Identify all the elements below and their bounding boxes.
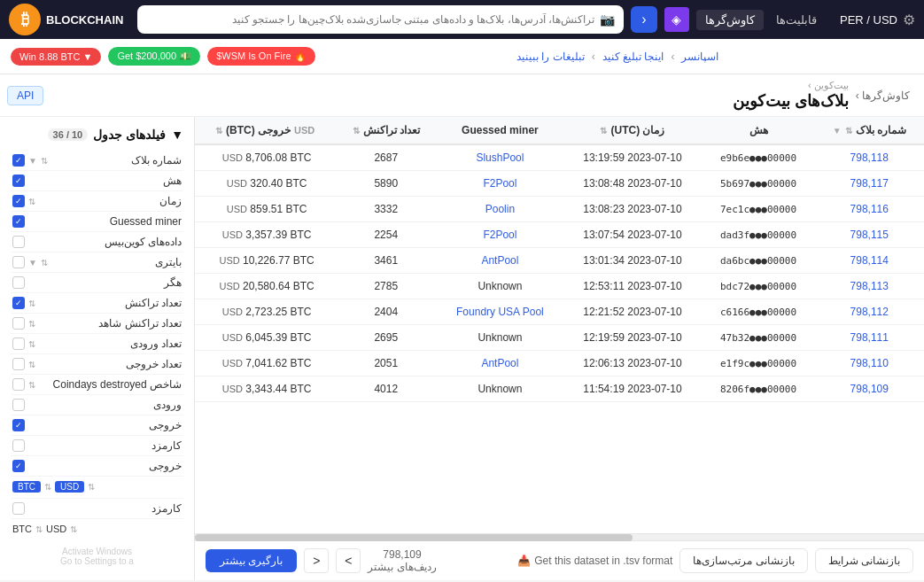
cell-time: 2023-07-10 13:01:34	[563, 248, 702, 274]
gear-icon[interactable]: ⚙	[903, 12, 915, 28]
cell-block-num: 798,113	[815, 274, 924, 299]
block-number-link[interactable]: 798,114	[850, 254, 889, 267]
checkbox-checked-2[interactable]: ✓	[12, 195, 25, 207]
output-btc-badge[interactable]: BTC	[12, 481, 41, 493]
checkbox-empty-11[interactable]	[12, 378, 25, 391]
sort-icon-8[interactable]: ⇅	[28, 319, 35, 329]
cell-tx-count: 2785	[335, 274, 437, 299]
filter-icon-block[interactable]: ▼	[833, 126, 842, 136]
hash-value: 00000●●●da6bc	[720, 255, 796, 267]
breadcrumb-advertise[interactable]: اینجا تبلیغ کنید	[602, 50, 664, 63]
cell-miner: Unknown	[437, 274, 563, 299]
miner-name[interactable]: F2Pool	[483, 177, 516, 190]
sidebar-label-12: ورودی	[153, 399, 182, 411]
nav-link-features[interactable]: قابلیت‌ها	[767, 10, 826, 30]
cell-hash: 00000●●●47b32	[703, 325, 815, 351]
scroll-thumb	[195, 534, 633, 541]
fire-badge[interactable]: 🔥 WSM Is On Fire$	[207, 47, 314, 66]
sort-icon-block[interactable]: ⇅	[845, 126, 852, 136]
checkbox-checked-3[interactable]: ✓	[12, 215, 25, 228]
block-number-link[interactable]: 798,117	[850, 177, 889, 190]
breadcrumb-view-ads[interactable]: تبلیغات را ببینید	[516, 50, 585, 63]
filter-icon-5[interactable]: ▼	[28, 258, 37, 268]
block-number-link[interactable]: 798,113	[850, 280, 889, 292]
nav-link-explorer[interactable]: کاوش‌گرها	[696, 10, 764, 30]
currency-label: USD	[222, 384, 243, 394]
back-button[interactable]: ‹	[631, 6, 657, 33]
checkbox-checked-1[interactable]: ✓	[12, 175, 25, 187]
miner-name[interactable]: SlushPool	[476, 151, 524, 164]
red-badge[interactable]: ▼ Win 8.88 BTC	[11, 48, 101, 66]
miner-name[interactable]: AntPool	[481, 357, 518, 369]
tx-count-value: 5890	[374, 177, 398, 190]
sort-icon-2[interactable]: ⇅	[28, 197, 35, 206]
output-value: 859.51 BTC	[250, 203, 307, 215]
miner-name[interactable]: Foundry USA Pool	[456, 306, 544, 318]
data-table: شماره بلاک ⇅ ▼ هش زمان (	[195, 117, 924, 402]
checkbox-checked-7[interactable]: ✓	[12, 297, 25, 309]
tsv-download-link[interactable]: Get this dataset in .tsv format 📥	[517, 555, 672, 567]
green-badge[interactable]: 💵 Get $200,000	[108, 47, 200, 66]
sort-icon-0[interactable]: ⇅	[41, 156, 48, 166]
reset-sort-button[interactable]: بازنشانی مرتب‌سازی‌ها	[679, 548, 807, 573]
sort-fee-usd-icon[interactable]: ⇅	[70, 524, 77, 534]
currency-label: USD	[227, 204, 247, 214]
sidebar-label-5: بایتری	[155, 256, 182, 268]
search-input[interactable]	[146, 13, 594, 26]
purple-icon[interactable]: ◈	[664, 7, 689, 32]
api-badge[interactable]: API	[7, 86, 43, 105]
checkbox-empty-5[interactable]	[12, 256, 25, 268]
per-usd-label: PER / USD	[840, 13, 897, 27]
checkbox-empty-10[interactable]	[12, 358, 25, 370]
output-checkbox[interactable]: ✓	[12, 460, 25, 472]
miner-name[interactable]: Poolin	[485, 203, 515, 215]
sort-icon-5[interactable]: ⇅	[41, 258, 48, 268]
sort-icon-10[interactable]: ⇅	[28, 360, 35, 369]
sort-icon-7[interactable]: ⇅	[28, 299, 35, 308]
fee-checkbox[interactable]	[12, 502, 25, 515]
checkbox-checked-13[interactable]: ✓	[12, 419, 25, 431]
checkbox-empty-6[interactable]	[12, 276, 25, 289]
block-number-link[interactable]: 798,109	[850, 383, 889, 395]
next-page-button[interactable]: >	[336, 548, 361, 573]
time-value: 2023-07-10 11:54:19	[583, 383, 681, 395]
prev-page-button[interactable]: <	[304, 548, 329, 573]
sort-icon-time[interactable]: ⇅	[600, 126, 607, 136]
sort-icon-output[interactable]: ⇅	[215, 126, 222, 136]
miner-name[interactable]: F2Pool	[483, 229, 516, 241]
block-number-link[interactable]: 798,115	[850, 229, 889, 241]
horizontal-scrollbar[interactable]	[195, 533, 924, 540]
kaoshgara-breadcrumb[interactable]: کاوش‌گرها ›	[856, 89, 910, 102]
block-number-link[interactable]: 798,118	[850, 151, 889, 164]
sort-btc-icon[interactable]: ⇅	[44, 482, 51, 492]
col-header-hash: هش	[703, 117, 815, 144]
checkbox-empty-4[interactable]	[12, 236, 25, 248]
miner-name[interactable]: AntPool	[481, 254, 518, 267]
sort-usd-icon[interactable]: ⇅	[88, 482, 95, 492]
sort-fee-btc-icon[interactable]: ⇅	[35, 524, 43, 534]
block-number-link[interactable]: 798,116	[850, 203, 889, 215]
tx-count-value: 2254	[374, 229, 398, 241]
block-number-link[interactable]: 798,110	[850, 357, 889, 369]
breadcrumb-sponsor[interactable]: اسپانسر	[681, 50, 718, 63]
sort-icon-9[interactable]: ⇅	[28, 339, 35, 349]
miner-name: Unknown	[478, 331, 522, 344]
checkbox-empty-8[interactable]	[12, 317, 25, 330]
checkbox-empty-12[interactable]	[12, 399, 25, 411]
block-number-link[interactable]: 798,112	[850, 306, 889, 318]
filter-icon-0[interactable]: ▼	[28, 156, 37, 166]
checkbox-empty-9[interactable]	[12, 338, 25, 350]
time-value: 2023-07-10 12:21:52	[583, 306, 681, 318]
sort-icon-tx[interactable]: ⇅	[353, 126, 360, 136]
sidebar-item-8: تعداد تراکنش شاهد ⇅	[11, 314, 183, 334]
checkbox-empty-14[interactable]	[12, 439, 25, 452]
output-usd-badge[interactable]: USD	[55, 481, 84, 493]
table-scroll[interactable]: شماره بلاک ⇅ ▼ هش زمان (	[195, 117, 924, 533]
reset-filters-button[interactable]: بازنشانی شرایط	[815, 548, 913, 573]
load-more-button[interactable]: بارگیری بیشتر	[206, 549, 297, 572]
cell-output: USD 10,226.77 BTC	[195, 248, 335, 274]
block-number-link[interactable]: 798,111	[850, 331, 889, 344]
sort-icon-11[interactable]: ⇅	[28, 380, 35, 390]
output-value: 6,045.39 BTC	[245, 331, 311, 344]
checkbox-checked-0[interactable]: ✓	[12, 154, 25, 167]
